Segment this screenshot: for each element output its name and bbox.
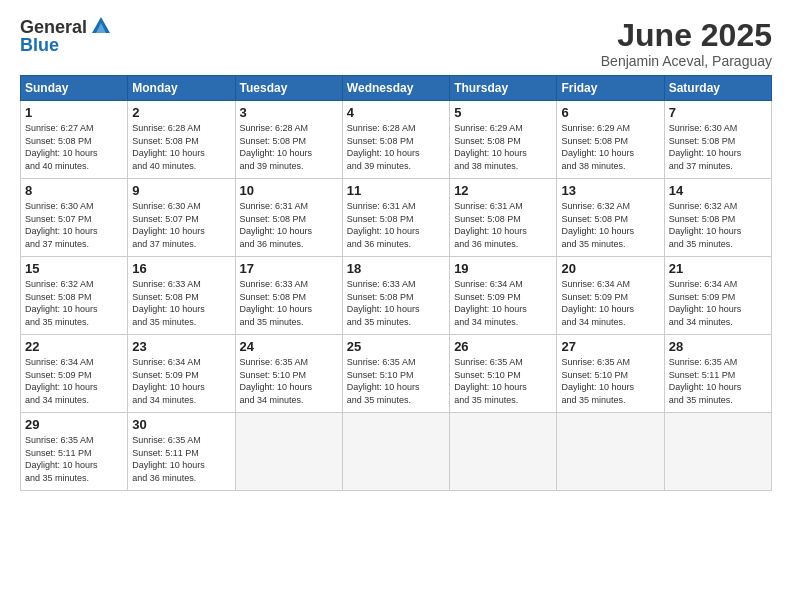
day-number: 26 [454, 339, 552, 354]
day-number: 24 [240, 339, 338, 354]
day-number: 23 [132, 339, 230, 354]
day-number: 18 [347, 261, 445, 276]
day-number: 27 [561, 339, 659, 354]
table-row: 8Sunrise: 6:30 AM Sunset: 5:07 PM Daylig… [21, 179, 128, 257]
day-number: 28 [669, 339, 767, 354]
col-sunday: Sunday [21, 76, 128, 101]
day-info: Sunrise: 6:35 AM Sunset: 5:10 PM Dayligh… [240, 356, 338, 406]
day-info: Sunrise: 6:35 AM Sunset: 5:11 PM Dayligh… [669, 356, 767, 406]
day-info: Sunrise: 6:32 AM Sunset: 5:08 PM Dayligh… [669, 200, 767, 250]
day-number: 10 [240, 183, 338, 198]
table-row: 7Sunrise: 6:30 AM Sunset: 5:08 PM Daylig… [664, 101, 771, 179]
table-row: 10Sunrise: 6:31 AM Sunset: 5:08 PM Dayli… [235, 179, 342, 257]
table-row: 5Sunrise: 6:29 AM Sunset: 5:08 PM Daylig… [450, 101, 557, 179]
day-number: 22 [25, 339, 123, 354]
table-row: 20Sunrise: 6:34 AM Sunset: 5:09 PM Dayli… [557, 257, 664, 335]
day-number: 7 [669, 105, 767, 120]
day-info: Sunrise: 6:28 AM Sunset: 5:08 PM Dayligh… [132, 122, 230, 172]
col-saturday: Saturday [664, 76, 771, 101]
day-info: Sunrise: 6:32 AM Sunset: 5:08 PM Dayligh… [25, 278, 123, 328]
table-row: 26Sunrise: 6:35 AM Sunset: 5:10 PM Dayli… [450, 335, 557, 413]
table-row: 29Sunrise: 6:35 AM Sunset: 5:11 PM Dayli… [21, 413, 128, 491]
day-number: 2 [132, 105, 230, 120]
day-info: Sunrise: 6:28 AM Sunset: 5:08 PM Dayligh… [240, 122, 338, 172]
table-row: 30Sunrise: 6:35 AM Sunset: 5:11 PM Dayli… [128, 413, 235, 491]
table-row [664, 413, 771, 491]
table-row: 1Sunrise: 6:27 AM Sunset: 5:08 PM Daylig… [21, 101, 128, 179]
col-wednesday: Wednesday [342, 76, 449, 101]
table-row: 18Sunrise: 6:33 AM Sunset: 5:08 PM Dayli… [342, 257, 449, 335]
day-number: 17 [240, 261, 338, 276]
table-row: 17Sunrise: 6:33 AM Sunset: 5:08 PM Dayli… [235, 257, 342, 335]
day-info: Sunrise: 6:31 AM Sunset: 5:08 PM Dayligh… [347, 200, 445, 250]
table-row: 12Sunrise: 6:31 AM Sunset: 5:08 PM Dayli… [450, 179, 557, 257]
day-info: Sunrise: 6:35 AM Sunset: 5:11 PM Dayligh… [132, 434, 230, 484]
day-number: 11 [347, 183, 445, 198]
col-friday: Friday [557, 76, 664, 101]
table-row: 4Sunrise: 6:28 AM Sunset: 5:08 PM Daylig… [342, 101, 449, 179]
calendar-page: General Blue June 2025 Benjamin Aceval, … [0, 0, 792, 501]
col-tuesday: Tuesday [235, 76, 342, 101]
day-number: 19 [454, 261, 552, 276]
title-block: June 2025 Benjamin Aceval, Paraguay [601, 18, 772, 69]
day-number: 29 [25, 417, 123, 432]
day-info: Sunrise: 6:30 AM Sunset: 5:07 PM Dayligh… [25, 200, 123, 250]
day-number: 15 [25, 261, 123, 276]
day-number: 14 [669, 183, 767, 198]
table-row: 6Sunrise: 6:29 AM Sunset: 5:08 PM Daylig… [557, 101, 664, 179]
table-row: 2Sunrise: 6:28 AM Sunset: 5:08 PM Daylig… [128, 101, 235, 179]
table-row: 13Sunrise: 6:32 AM Sunset: 5:08 PM Dayli… [557, 179, 664, 257]
table-row: 11Sunrise: 6:31 AM Sunset: 5:08 PM Dayli… [342, 179, 449, 257]
day-info: Sunrise: 6:28 AM Sunset: 5:08 PM Dayligh… [347, 122, 445, 172]
day-number: 16 [132, 261, 230, 276]
day-info: Sunrise: 6:31 AM Sunset: 5:08 PM Dayligh… [240, 200, 338, 250]
table-row [342, 413, 449, 491]
logo-blue: Blue [20, 36, 112, 56]
day-number: 1 [25, 105, 123, 120]
calendar-table: Sunday Monday Tuesday Wednesday Thursday… [20, 75, 772, 491]
col-thursday: Thursday [450, 76, 557, 101]
table-row [235, 413, 342, 491]
day-number: 12 [454, 183, 552, 198]
day-info: Sunrise: 6:32 AM Sunset: 5:08 PM Dayligh… [561, 200, 659, 250]
day-info: Sunrise: 6:35 AM Sunset: 5:10 PM Dayligh… [454, 356, 552, 406]
day-number: 21 [669, 261, 767, 276]
day-info: Sunrise: 6:31 AM Sunset: 5:08 PM Dayligh… [454, 200, 552, 250]
day-info: Sunrise: 6:34 AM Sunset: 5:09 PM Dayligh… [669, 278, 767, 328]
day-info: Sunrise: 6:33 AM Sunset: 5:08 PM Dayligh… [240, 278, 338, 328]
table-row: 22Sunrise: 6:34 AM Sunset: 5:09 PM Dayli… [21, 335, 128, 413]
day-info: Sunrise: 6:34 AM Sunset: 5:09 PM Dayligh… [25, 356, 123, 406]
day-info: Sunrise: 6:34 AM Sunset: 5:09 PM Dayligh… [454, 278, 552, 328]
day-info: Sunrise: 6:34 AM Sunset: 5:09 PM Dayligh… [561, 278, 659, 328]
day-info: Sunrise: 6:33 AM Sunset: 5:08 PM Dayligh… [132, 278, 230, 328]
day-number: 30 [132, 417, 230, 432]
table-row: 9Sunrise: 6:30 AM Sunset: 5:07 PM Daylig… [128, 179, 235, 257]
day-info: Sunrise: 6:29 AM Sunset: 5:08 PM Dayligh… [454, 122, 552, 172]
table-row: 28Sunrise: 6:35 AM Sunset: 5:11 PM Dayli… [664, 335, 771, 413]
table-row: 24Sunrise: 6:35 AM Sunset: 5:10 PM Dayli… [235, 335, 342, 413]
header: General Blue June 2025 Benjamin Aceval, … [20, 18, 772, 69]
day-info: Sunrise: 6:35 AM Sunset: 5:10 PM Dayligh… [561, 356, 659, 406]
table-row: 3Sunrise: 6:28 AM Sunset: 5:08 PM Daylig… [235, 101, 342, 179]
logo-icon [90, 15, 112, 37]
day-info: Sunrise: 6:27 AM Sunset: 5:08 PM Dayligh… [25, 122, 123, 172]
table-row: 14Sunrise: 6:32 AM Sunset: 5:08 PM Dayli… [664, 179, 771, 257]
table-row: 19Sunrise: 6:34 AM Sunset: 5:09 PM Dayli… [450, 257, 557, 335]
day-number: 13 [561, 183, 659, 198]
table-row: 21Sunrise: 6:34 AM Sunset: 5:09 PM Dayli… [664, 257, 771, 335]
day-info: Sunrise: 6:30 AM Sunset: 5:08 PM Dayligh… [669, 122, 767, 172]
calendar-subtitle: Benjamin Aceval, Paraguay [601, 53, 772, 69]
day-number: 20 [561, 261, 659, 276]
day-number: 6 [561, 105, 659, 120]
table-row: 15Sunrise: 6:32 AM Sunset: 5:08 PM Dayli… [21, 257, 128, 335]
day-info: Sunrise: 6:35 AM Sunset: 5:10 PM Dayligh… [347, 356, 445, 406]
table-row: 23Sunrise: 6:34 AM Sunset: 5:09 PM Dayli… [128, 335, 235, 413]
day-number: 4 [347, 105, 445, 120]
day-info: Sunrise: 6:30 AM Sunset: 5:07 PM Dayligh… [132, 200, 230, 250]
day-info: Sunrise: 6:29 AM Sunset: 5:08 PM Dayligh… [561, 122, 659, 172]
day-info: Sunrise: 6:35 AM Sunset: 5:11 PM Dayligh… [25, 434, 123, 484]
table-row [450, 413, 557, 491]
table-row: 27Sunrise: 6:35 AM Sunset: 5:10 PM Dayli… [557, 335, 664, 413]
day-number: 8 [25, 183, 123, 198]
logo: General Blue [20, 18, 112, 56]
